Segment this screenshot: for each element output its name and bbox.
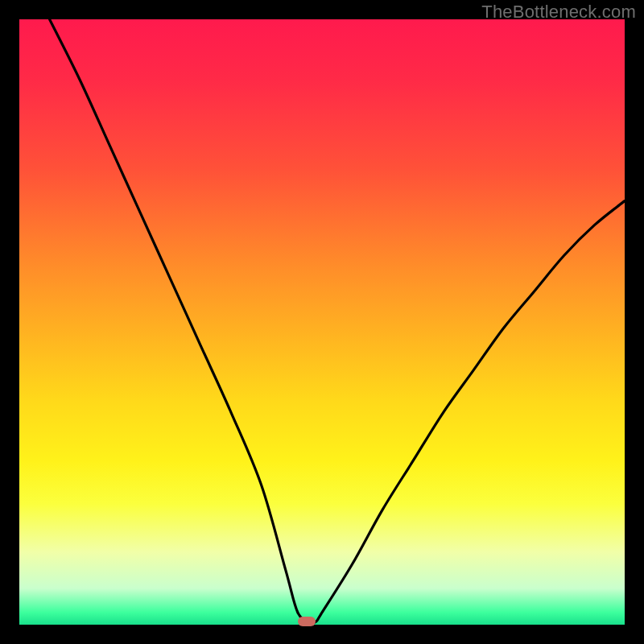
- plot-area: [19, 19, 625, 625]
- minimum-marker: [298, 617, 316, 626]
- watermark-text: TheBottleneck.com: [481, 2, 636, 23]
- bottleneck-curve: [19, 19, 625, 625]
- chart-frame: TheBottleneck.com: [0, 0, 644, 644]
